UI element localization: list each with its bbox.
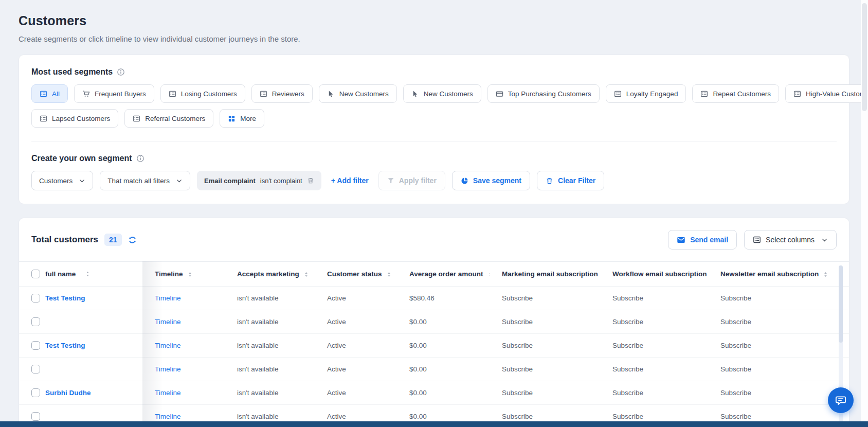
column-header-workflow-email[interactable]: Workflow email subscription — [600, 262, 708, 287]
send-email-label: Send email — [690, 236, 728, 244]
segment-chip-reviewers[interactable]: Reviewers — [251, 84, 313, 103]
segment-chip-label: Repeat Customers — [713, 90, 771, 98]
grid-icon — [228, 115, 236, 122]
row-checkbox[interactable] — [31, 317, 40, 326]
trash-icon[interactable] — [307, 177, 314, 184]
timeline-link[interactable]: Timeline — [155, 342, 181, 349]
column-header-newsletter-email[interactable]: Newsletter email subscription — [708, 262, 849, 287]
sort-icon[interactable] — [487, 271, 490, 278]
list-icon — [169, 90, 176, 98]
select-all-checkbox[interactable] — [31, 270, 40, 278]
most-used-segments-heading: Most used segments — [31, 67, 837, 77]
row-checkbox[interactable] — [31, 388, 40, 397]
segment-chip-frequent-buyers[interactable]: Frequent Buyers — [74, 84, 154, 103]
most-used-segments-label: Most used segments — [31, 67, 113, 77]
accepts-marketing-cell: isn't available — [225, 334, 315, 358]
segment-chip-top-purchasing[interactable]: Top Purchasing Customers — [487, 84, 600, 103]
segment-chip-more[interactable]: More — [220, 109, 264, 128]
column-header-average-order-amount[interactable]: Average order amount — [397, 262, 490, 287]
column-header-customer-status[interactable]: Customer status — [315, 262, 397, 287]
apply-filter-button[interactable]: Apply filter — [378, 171, 445, 190]
select-columns-button[interactable]: Select columns — [744, 230, 837, 250]
segment-chip-losing-customers[interactable]: Losing Customers — [160, 84, 245, 103]
accepts-marketing-cell: isn't available — [225, 358, 315, 381]
table-row: Timeline isn't available Active $0.00 Su… — [19, 358, 849, 381]
row-checkbox[interactable] — [31, 412, 40, 421]
workflow-email-cell: Subscribe — [600, 358, 708, 381]
clear-filter-button[interactable]: Clear Filter — [537, 171, 604, 190]
send-email-button[interactable]: Send email — [668, 230, 737, 250]
segment-chip-label: New Customers — [339, 90, 389, 98]
customers-count-badge: 21 — [104, 234, 122, 246]
average-order-amount-cell: $0.00 — [397, 381, 490, 405]
timeline-link[interactable]: Timeline — [155, 389, 181, 397]
sort-icon[interactable] — [822, 271, 829, 278]
timeline-link[interactable]: Timeline — [155, 413, 181, 420]
page-scrollbar[interactable] — [861, 0, 868, 427]
chevron-down-icon — [176, 177, 183, 184]
newsletter-email-cell: Subscribe — [708, 358, 849, 381]
row-checkbox[interactable] — [31, 365, 40, 373]
workflow-email-cell: Subscribe — [600, 310, 708, 334]
entity-select[interactable]: Customers — [31, 171, 93, 190]
segment-chip-high-value[interactable]: High-Value Customers — [785, 84, 868, 103]
customer-name-link[interactable]: Test Testing — [45, 294, 85, 302]
cursor-icon — [327, 90, 335, 98]
sort-icon[interactable] — [303, 271, 310, 278]
funnel-icon — [387, 177, 394, 184]
chat-button[interactable] — [828, 387, 854, 413]
save-segment-button[interactable]: Save segment — [452, 171, 530, 190]
filter-field-label: Email complaint — [204, 177, 256, 185]
column-header-full-name[interactable]: full name — [19, 262, 142, 287]
customers-card-header: Total customers 21 Send email Select col… — [19, 218, 849, 261]
refresh-button[interactable] — [128, 236, 137, 244]
segment-chip-new-customers-2[interactable]: New Customers — [403, 84, 481, 103]
add-filter-link[interactable]: + Add filter — [331, 176, 369, 185]
match-select[interactable]: That match all filters — [100, 171, 190, 190]
chevron-down-icon — [79, 177, 85, 184]
row-checkbox[interactable] — [31, 341, 40, 350]
table-row: Timeline isn't available Active $0.00 Su… — [19, 310, 849, 334]
segment-chip-all[interactable]: All — [31, 84, 68, 103]
page-scrollbar-thumb[interactable] — [862, 3, 867, 111]
customer-name-link[interactable]: Test Testing — [45, 342, 85, 349]
segment-chip-lapsed-customers[interactable]: Lapsed Customers — [31, 109, 118, 128]
segment-chip-new-customers-1[interactable]: New Customers — [319, 84, 397, 103]
column-header-marketing-email[interactable]: Marketing email subscription — [490, 262, 600, 287]
workflow-email-cell: Subscribe — [600, 287, 708, 310]
segment-chip-referral-customers[interactable]: Referral Customers — [124, 109, 213, 128]
column-label: Timeline — [155, 270, 183, 278]
page-title: Customers — [19, 13, 847, 28]
marketing-email-cell: Subscribe — [490, 287, 600, 310]
segment-chip-repeat-customers[interactable]: Repeat Customers — [692, 84, 779, 103]
bottom-scrollbar[interactable] — [0, 421, 868, 427]
customer-name-link[interactable]: Surbhi Dudhe — [45, 389, 91, 397]
column-label: Newsletter email subscription — [720, 270, 819, 278]
info-icon[interactable] — [136, 154, 144, 163]
timeline-link[interactable]: Timeline — [155, 318, 181, 326]
timeline-link[interactable]: Timeline — [155, 294, 181, 302]
segment-chip-label: Losing Customers — [181, 90, 237, 98]
filter-chip[interactable]: Email complaint isn't complaint — [197, 171, 321, 190]
sort-icon[interactable] — [84, 271, 91, 277]
segment-chip-label: Lapsed Customers — [52, 115, 110, 122]
accepts-marketing-cell: isn't available — [225, 310, 315, 334]
sort-icon[interactable] — [386, 271, 392, 278]
segment-chip-label: Frequent Buyers — [95, 90, 146, 98]
marketing-email-cell: Subscribe — [490, 358, 600, 381]
timeline-link[interactable]: Timeline — [155, 365, 181, 373]
total-customers-label: Total customers — [31, 235, 98, 245]
newsletter-email-cell: Subscribe — [708, 334, 849, 358]
segment-builder-row: Customers That match all filters Email c… — [31, 171, 837, 190]
card-icon — [496, 90, 503, 98]
segment-chip-label: More — [240, 115, 256, 122]
table-row: Test Testing Timeline isn't available Ac… — [19, 334, 849, 358]
column-header-timeline[interactable]: Timeline — [142, 262, 225, 287]
segment-chip-loyalty-engaged[interactable]: Loyalty Engaged — [606, 84, 686, 103]
row-checkbox[interactable] — [31, 294, 40, 303]
list-icon — [260, 90, 267, 98]
column-header-accepts-marketing[interactable]: Accepts marketing — [225, 262, 315, 287]
table-scrollbar-thumb[interactable] — [839, 265, 843, 343]
info-icon[interactable] — [117, 68, 125, 76]
sort-icon[interactable] — [187, 271, 193, 278]
